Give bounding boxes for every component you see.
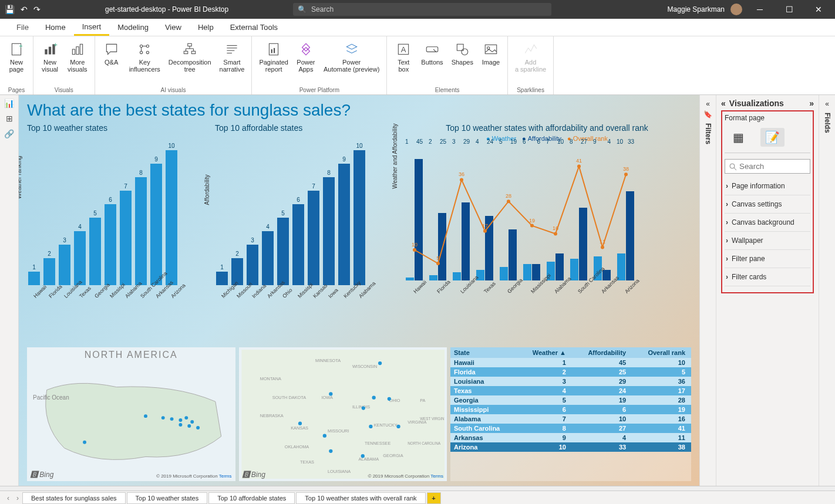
combo-bar-georgia: 519Georgia	[497, 138, 519, 295]
menu-modeling[interactable]: Modeling	[109, 19, 157, 36]
table-row[interactable]: Louisiana32936	[450, 377, 691, 386]
table-row[interactable]: Arizona103338	[450, 442, 691, 452]
svg-point-91	[322, 434, 326, 438]
ribbon-more-visuals[interactable]: Morevisuals	[64, 39, 91, 86]
svg-rect-2	[45, 49, 47, 55]
main-area: 📊 ⊞ 🔗 What are the best states for sungl…	[0, 95, 835, 486]
viz-expand-icon[interactable]: »	[809, 99, 814, 108]
format-section-wallpaper[interactable]: Wallpaper	[725, 232, 810, 250]
ribbon-buttons[interactable]: Buttons	[418, 39, 446, 86]
user-name: Maggie Sparkman	[668, 5, 725, 13]
search-box[interactable]: 🔍 Search	[293, 3, 551, 16]
svg-point-9	[140, 45, 143, 47]
table-row[interactable]: Hawaii14510	[450, 358, 691, 367]
report-canvas[interactable]: What are the best states for sunglass sa…	[19, 95, 699, 486]
chart-top10-weather[interactable]: Top 10 weather states Weather ranking 1H…	[27, 123, 203, 346]
page-tab-0[interactable]: Best states for sunglass sales	[22, 492, 126, 504]
ribbon-power-automate-preview-[interactable]: PowerAutomate (preview)	[320, 39, 383, 86]
table-row[interactable]: Florida2255	[450, 367, 691, 377]
chart2-ylabel: Affordability	[204, 174, 210, 205]
ribbon-q-a[interactable]: Q&A	[99, 39, 124, 86]
svg-text:+: +	[19, 42, 22, 49]
data-table[interactable]: StateWeather ▲AffordabilityOverall rankH…	[450, 347, 691, 481]
svg-rect-34	[485, 45, 497, 53]
bar-georgia: 5Georgia	[88, 210, 102, 299]
page-tab-1[interactable]: Top 10 weather states	[127, 492, 208, 504]
page-tab-2[interactable]: Top 10 affordable states	[208, 492, 295, 504]
search-icon: 🔍	[298, 5, 307, 13]
tab-prev-icon[interactable]: ‹	[4, 494, 13, 502]
th-overall-rank[interactable]: Overall rank	[632, 347, 691, 358]
fields-collapse-icon[interactable]: «	[825, 100, 829, 108]
menu-view[interactable]: View	[157, 19, 190, 36]
table-row[interactable]: Alabama71016	[450, 414, 691, 424]
format-section-page-information[interactable]: Page information	[725, 177, 810, 195]
th-affordability[interactable]: Affordability	[572, 347, 632, 358]
collapse-icon[interactable]: «	[706, 100, 710, 108]
bar-alabama: 7Alabama	[119, 183, 133, 299]
svg-text:NEBRASKA: NEBRASKA	[260, 413, 283, 418]
format-search-input[interactable]	[725, 159, 810, 174]
ribbon-text-box[interactable]: ATextbox	[390, 39, 416, 86]
th-weather[interactable]: Weather ▲	[517, 347, 572, 358]
filters-pane[interactable]: « 🔖 Filters	[699, 95, 716, 486]
menu-file[interactable]: File	[8, 19, 37, 36]
map1-ocean: Pacific Ocean	[33, 394, 69, 401]
table-row[interactable]: South Carolina82741	[450, 424, 691, 433]
bing-logo-2: 🅱 Bing	[243, 471, 265, 479]
svg-rect-16	[184, 51, 188, 53]
table-row[interactable]: Texas42417	[450, 386, 691, 395]
tab-next-icon[interactable]: ›	[13, 494, 22, 502]
ribbon-smart-narrative[interactable]: Smartnarrative	[216, 39, 248, 86]
report-view-icon[interactable]: 📊	[4, 99, 14, 108]
undo-icon[interactable]: ↶	[21, 5, 28, 14]
map-us-states[interactable]: MONTANAMINNESOTAWISCONSINSOUTH DAKOTANEB…	[239, 347, 447, 481]
table-row[interactable]: Georgia51928	[450, 395, 691, 405]
svg-point-12	[146, 51, 149, 53]
format-page-icon[interactable]: 📝	[760, 128, 785, 147]
map2-copyright: © 2019 Microsoft Corporation Terms	[368, 473, 443, 479]
format-section-canvas-settings[interactable]: Canvas settings	[725, 195, 810, 214]
ribbon-key-influencers[interactable]: Keyinfluencers	[126, 39, 164, 86]
chart-top10-affordable[interactable]: Top 10 affordable states Affordability 1…	[215, 123, 391, 346]
th-state[interactable]: State	[450, 347, 517, 358]
map-north-america[interactable]: NORTH AMERICA Pacific Ocean 🅱 Bing © 201…	[27, 347, 235, 481]
svg-text:ILLINOIS: ILLINOIS	[352, 404, 369, 410]
ribbon-decomposition-tree[interactable]: Decompositiontree	[165, 39, 215, 86]
format-section-filter-pane[interactable]: Filter pane	[725, 250, 810, 268]
data-view-icon[interactable]: ⊞	[6, 114, 13, 123]
menu-home[interactable]: Home	[37, 19, 74, 36]
format-section-filter-cards[interactable]: Filter cards	[725, 268, 810, 286]
svg-point-64	[179, 423, 182, 427]
avatar[interactable]	[730, 4, 742, 15]
model-view-icon[interactable]: 🔗	[4, 129, 14, 138]
maximize-button[interactable]: ☐	[777, 5, 801, 14]
svg-point-56	[83, 441, 86, 444]
svg-rect-31	[426, 47, 438, 52]
add-page-button[interactable]: +	[427, 492, 441, 504]
fields-pane[interactable]: « Fields	[819, 95, 835, 486]
menu-insert[interactable]: Insert	[74, 19, 110, 36]
menu-help[interactable]: Help	[190, 19, 222, 36]
chart-combo[interactable]: Top 10 weather states with affordability…	[403, 123, 691, 346]
ribbon-image[interactable]: Image	[478, 39, 504, 86]
minimize-button[interactable]: ─	[748, 5, 772, 14]
ribbon-paginated-report[interactable]: Paginatedreport	[255, 39, 292, 86]
format-section-canvas-background[interactable]: Canvas background	[725, 214, 810, 232]
table-row[interactable]: Mississippi6619	[450, 405, 691, 414]
menu-external-tools[interactable]: External Tools	[222, 19, 286, 36]
ribbon-new-page[interactable]: +Newpage	[4, 39, 29, 86]
svg-rect-8	[80, 44, 82, 54]
ribbon-new-visual[interactable]: +Newvisual	[37, 39, 63, 86]
save-icon[interactable]: 💾	[5, 5, 15, 14]
ribbon-shapes[interactable]: Shapes	[448, 39, 477, 86]
svg-point-97	[361, 454, 364, 458]
svg-point-60	[179, 418, 182, 422]
page-tab-3[interactable]: Top 10 weather states with overall rank	[296, 492, 425, 504]
redo-icon[interactable]: ↷	[33, 5, 41, 14]
close-button[interactable]: ✕	[807, 5, 830, 14]
ribbon-power-apps[interactable]: PowerApps	[293, 39, 319, 86]
build-visual-icon[interactable]: ▦	[728, 128, 749, 147]
viz-collapse-icon[interactable]: «	[721, 99, 726, 108]
table-row[interactable]: Arkansas9411	[450, 433, 691, 442]
